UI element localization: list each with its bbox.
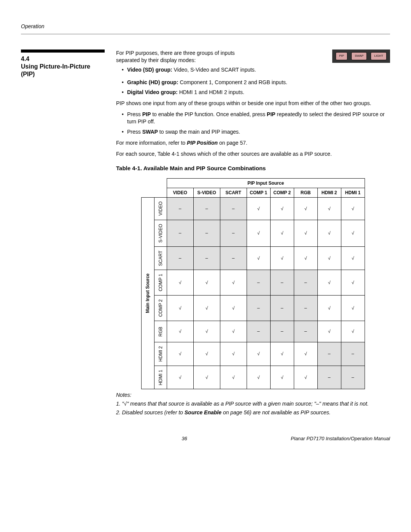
pip-input-source-header: PIP Input Source [167,178,365,188]
row-header: COMP 1 [154,270,167,296]
remote-buttons-image: PIP SWAP LIGHT [332,50,390,63]
text: to swap the main and PIP images. [158,129,240,135]
cell: – [341,342,365,366]
cell: – [167,247,193,270]
col-header: VIDEO [167,188,193,198]
cell: – [220,198,247,220]
header-rule [21,34,390,34]
cell: – [247,321,270,342]
cell: – [294,321,317,342]
bold-pip-2: PIP [267,111,276,117]
section-number: 4.4 [21,55,105,63]
bullet-list-1-cont: Graphic (HD) group: Component 1, Compone… [122,79,390,96]
cell: √ [270,342,294,366]
cell: √ [317,220,341,246]
pip-position-ref: PIP Position [187,140,218,146]
bullet-list-2: Press PIP to enable the PIP function. On… [122,111,390,136]
cell: √ [220,321,247,342]
cell: √ [220,342,247,366]
cell: √ [317,198,341,220]
main-input-source-header: Main Input Source [142,198,154,389]
section-heading-column: 4.4 Using Picture-In-Picture (PIP) [21,50,105,416]
remote-button-pip: PIP [336,52,347,60]
cell: √ [247,247,270,270]
cell: – [247,270,270,296]
table-row: VIDEO S-VIDEO SCART COMP 1 COMP 2 RGB HD… [142,188,365,198]
intro-row: For PIP purposes, there are three groups… [116,50,390,77]
cell: – [193,220,220,246]
cell: √ [294,198,317,220]
bullet-bold: Graphic (HD) group: [127,79,178,85]
text: 2. Disabled sources (refer to [116,409,185,415]
bullet-rest: Video, S-Video and SCART inputs. [172,67,256,73]
cell: – [220,247,247,270]
cell: – [193,247,220,270]
cell: √ [193,270,220,296]
table-row: COMP 1√√√–––√√ [142,270,365,296]
running-header: Operation [21,23,390,30]
table-row: Main Input SourceVIDEO–––√√√√√ [142,198,365,220]
cell: √ [270,366,294,389]
text: to enable the PIP function. Once enabled… [151,111,267,117]
document-title: Planar PD7170 Installation/Operation Man… [291,435,390,442]
section-bar [21,50,105,53]
bullet-list-1: Video (SD) group: Video, S-Video and SCA… [122,66,325,73]
section-title-line-2: (PIP) [21,70,105,78]
col-header: COMP 2 [270,188,294,198]
cell: √ [193,321,220,342]
bold-swap: SWAP [142,129,158,135]
cell: √ [341,247,365,270]
two-column-layout: 4.4 Using Picture-In-Picture (PIP) For P… [21,50,390,416]
cell: √ [220,296,247,321]
cell: – [317,366,341,389]
cell: √ [317,321,341,342]
bullet-video-sd: Video (SD) group: Video, S-Video and SCA… [122,66,325,73]
bullet-graphic-hd: Graphic (HD) group: Component 1, Compone… [122,79,390,86]
cell: √ [247,342,270,366]
cell: √ [294,220,317,246]
cell: – [167,220,193,246]
cell: – [270,270,294,296]
table-row: HDMI 1√√√√√√–– [142,366,365,389]
text: on page 57. [218,140,247,146]
col-header: S-VIDEO [193,188,220,198]
notes-heading: Notes: [116,391,390,399]
cell: √ [294,247,317,270]
row-header: HDMI 2 [154,342,167,366]
bullet-bold: Digital Video group: [127,89,178,95]
table-title: Table 4-1. Available Main and PIP Source… [116,165,390,172]
cell: √ [167,296,193,321]
note-1: 1. "√" means that that source is availab… [116,400,390,407]
cell: √ [341,270,365,296]
cell: – [270,321,294,342]
p1-line-b: separated by their display modes: [116,57,325,64]
cell: √ [317,270,341,296]
cell: √ [193,342,220,366]
cell: √ [270,247,294,270]
cell: – [193,198,220,220]
remote-button-light: LIGHT [371,52,387,60]
bullet-rest: HDMI 1 and HDMI 2 inputs. [178,89,244,95]
text: Press [127,111,142,117]
cell: √ [270,220,294,246]
cell: √ [341,296,365,321]
cell: √ [270,198,294,220]
body-column: For PIP purposes, there are three groups… [116,50,390,416]
row-header: RGB [154,321,167,342]
p4: For each source, Table 4-1 shows which o… [116,150,390,158]
cell: √ [247,366,270,389]
cell: √ [220,366,247,389]
row-header: HDMI 1 [154,366,167,389]
cell: √ [167,270,193,296]
col-header: SCART [220,188,247,198]
p2: PIP shows one input from any of these gr… [116,100,390,107]
col-header: COMP 1 [247,188,270,198]
bullet-rest: Component 1, Component 2 and RGB inputs. [178,79,287,85]
cell: √ [317,247,341,270]
page-number: 36 [78,435,291,442]
cell: – [294,296,317,321]
cell: √ [317,296,341,321]
cell: √ [167,342,193,366]
row-header: VIDEO [154,198,167,220]
cell: – [317,342,341,366]
